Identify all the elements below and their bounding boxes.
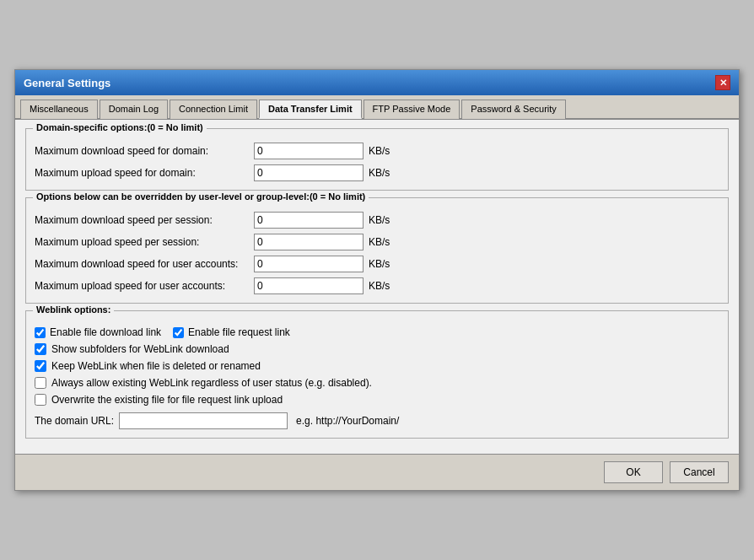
show-subfolders-row: Show subfolders for WebLink download bbox=[35, 343, 719, 355]
inline-checkbox-row: Enable file download link Enable file re… bbox=[35, 326, 719, 338]
close-button[interactable]: ✕ bbox=[715, 75, 730, 90]
max-download-user-row: Maximum download speed for user accounts… bbox=[35, 256, 719, 272]
max-download-session-unit: KB/s bbox=[369, 214, 390, 226]
title-bar: General Settings ✕ bbox=[15, 70, 739, 95]
session-options-section: Options below can be overridden by user-… bbox=[25, 197, 729, 304]
max-upload-session-label: Maximum upload speed per session: bbox=[35, 236, 254, 248]
enable-download-link-label[interactable]: Enable file download link bbox=[35, 326, 161, 338]
max-download-domain-input[interactable] bbox=[254, 143, 364, 159]
overwrite-file-row: Overwrite the existing file for file req… bbox=[35, 394, 719, 406]
tab-connection-limit[interactable]: Connection Limit bbox=[170, 100, 257, 119]
general-settings-dialog: General Settings ✕ Miscellaneous Domain … bbox=[14, 69, 740, 491]
weblink-section: Weblink options: Enable file download li… bbox=[25, 310, 729, 439]
max-upload-user-label: Maximum upload speed for user accounts: bbox=[35, 280, 254, 292]
domain-url-input[interactable] bbox=[119, 412, 288, 429]
ok-button[interactable]: OK bbox=[604, 461, 663, 483]
keep-weblink-checkbox[interactable] bbox=[35, 360, 46, 372]
max-download-user-input[interactable] bbox=[254, 256, 364, 272]
max-download-session-input[interactable] bbox=[254, 212, 364, 229]
max-upload-domain-label: Maximum upload speed for domain: bbox=[35, 167, 254, 179]
domain-specific-section: Domain-specific options:(0 = No limit) M… bbox=[25, 128, 729, 191]
enable-request-link-label[interactable]: Enable file request link bbox=[173, 326, 290, 338]
max-download-user-label: Maximum download speed for user accounts… bbox=[35, 258, 254, 270]
session-options-legend: Options below can be overridden by user-… bbox=[33, 191, 369, 202]
enable-download-link-checkbox[interactable] bbox=[35, 327, 46, 338]
tab-ftp-passive-mode[interactable]: FTP Passive Mode bbox=[364, 100, 460, 119]
max-upload-user-unit: KB/s bbox=[369, 280, 390, 292]
tab-password-security[interactable]: Password & Security bbox=[461, 100, 565, 119]
max-download-user-unit: KB/s bbox=[369, 258, 390, 270]
always-allow-weblink-row: Always allow existing WebLink regardless… bbox=[35, 377, 719, 389]
always-allow-weblink-checkbox[interactable] bbox=[35, 377, 46, 389]
max-download-domain-row: Maximum download speed for domain: KB/s bbox=[35, 143, 719, 159]
weblink-legend: Weblink options: bbox=[33, 304, 114, 315]
max-upload-domain-input[interactable] bbox=[254, 164, 364, 181]
tab-miscellaneous[interactable]: Miscellaneous bbox=[20, 100, 98, 119]
overwrite-file-label: Overwrite the existing file for file req… bbox=[51, 394, 283, 406]
tab-content: Domain-specific options:(0 = No limit) M… bbox=[15, 120, 739, 454]
show-subfolders-label: Show subfolders for WebLink download bbox=[51, 343, 229, 355]
max-download-domain-label: Maximum download speed for domain: bbox=[35, 145, 254, 157]
max-upload-session-unit: KB/s bbox=[369, 236, 390, 248]
tab-bar: Miscellaneous Domain Log Connection Limi… bbox=[15, 95, 739, 120]
tab-domain-log[interactable]: Domain Log bbox=[100, 100, 168, 119]
cancel-button[interactable]: Cancel bbox=[670, 461, 729, 483]
max-upload-user-row: Maximum upload speed for user accounts: … bbox=[35, 277, 719, 294]
max-upload-domain-unit: KB/s bbox=[369, 167, 390, 179]
domain-url-label: The domain URL: bbox=[35, 415, 114, 427]
domain-specific-legend: Domain-specific options:(0 = No limit) bbox=[33, 122, 207, 132]
tab-data-transfer-limit[interactable]: Data Transfer Limit bbox=[259, 100, 362, 119]
enable-request-link-checkbox[interactable] bbox=[173, 327, 184, 338]
max-download-session-label: Maximum download speed per session: bbox=[35, 214, 254, 226]
domain-url-row: The domain URL: e.g. http://YourDomain/ bbox=[35, 412, 719, 429]
domain-url-hint: e.g. http://YourDomain/ bbox=[296, 415, 399, 427]
overwrite-file-checkbox[interactable] bbox=[35, 394, 46, 406]
max-upload-domain-row: Maximum upload speed for domain: KB/s bbox=[35, 164, 719, 181]
max-upload-session-row: Maximum upload speed per session: KB/s bbox=[35, 234, 719, 250]
keep-weblink-row: Keep WebLink when file is deleted or ren… bbox=[35, 360, 719, 372]
show-subfolders-checkbox[interactable] bbox=[35, 343, 46, 355]
max-upload-user-input[interactable] bbox=[254, 277, 364, 294]
max-download-session-row: Maximum download speed per session: KB/s bbox=[35, 212, 719, 229]
dialog-footer: OK Cancel bbox=[15, 454, 739, 490]
max-download-domain-unit: KB/s bbox=[369, 145, 390, 157]
dialog-title: General Settings bbox=[24, 77, 110, 89]
max-upload-session-input[interactable] bbox=[254, 234, 364, 250]
always-allow-weblink-label: Always allow existing WebLink regardless… bbox=[51, 377, 372, 389]
keep-weblink-label: Keep WebLink when file is deleted or ren… bbox=[51, 360, 261, 372]
